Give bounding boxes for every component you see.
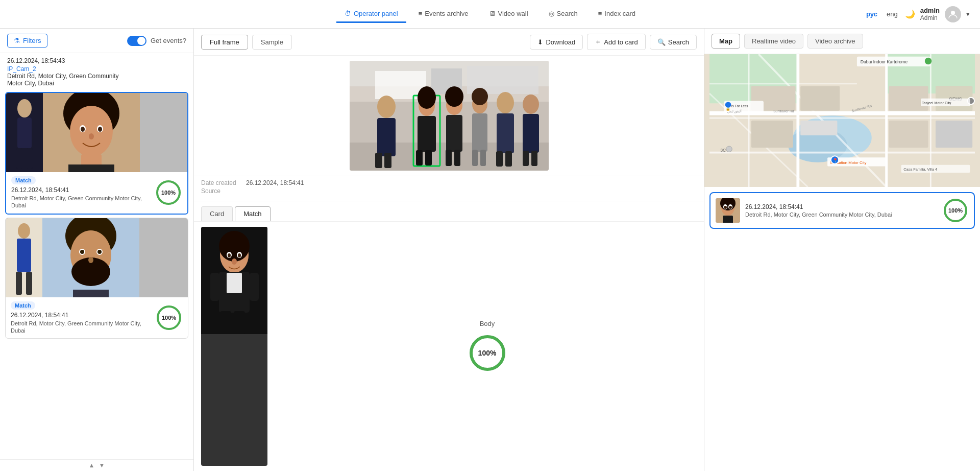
nav-index-card[interactable]: ≡ Index card (590, 6, 644, 23)
svg-rect-65 (505, 151, 512, 167)
topnav: ⏱ Operator panel ≡ Events archive 🖥 Vide… (0, 0, 980, 29)
svg-rect-106 (889, 121, 928, 148)
svg-rect-21 (16, 272, 22, 295)
svg-text:3C: 3C (720, 148, 726, 153)
sidebar-list: 26.12.2024, 18:54:43 IP_Cam_2 Detroit Rd… (0, 53, 193, 459)
svg-rect-15 (68, 164, 114, 172)
user-info: admin Admin (920, 7, 940, 22)
svg-rect-61 (480, 150, 486, 166)
svg-rect-78 (250, 273, 259, 301)
download-button[interactable]: ⬇ Download (530, 35, 583, 50)
event-card-1[interactable]: Match 26.12.2024, 18:54:41 Detroit Rd, M… (5, 92, 188, 215)
svg-point-82 (238, 253, 241, 257)
svg-rect-103 (889, 86, 928, 111)
lang-ru-btn[interactable]: рус (864, 9, 879, 19)
bottom-panel: Card Match (194, 201, 704, 471)
meta-date-row: Date created 26.12.2024, 18:54:41 (201, 179, 697, 186)
svg-text:Is For Less: Is For Less (731, 104, 748, 108)
get-events-row: Get events? (127, 36, 186, 46)
svg-rect-139 (723, 216, 733, 223)
svg-point-2 (17, 99, 32, 117)
svg-rect-4 (16, 148, 22, 169)
svg-rect-67 (523, 114, 539, 153)
svg-rect-76 (234, 311, 245, 334)
nav-events-archive[interactable]: ≡ Events archive (410, 6, 477, 23)
body-score: Body 100% (278, 227, 697, 466)
sample-tab[interactable]: Sample (252, 35, 292, 50)
svg-rect-54 (446, 115, 462, 152)
match-badge-1: Match (11, 176, 36, 184)
main-photo (350, 61, 549, 171)
svg-rect-55 (446, 150, 452, 166)
bottom-content: Body 100% (194, 222, 704, 471)
event-card-2-info: Match 26.12.2024, 18:54:41 Detroit Rd, M… (11, 301, 155, 335)
scroll-down-arrow[interactable]: ▼ (99, 462, 105, 469)
lang-en-btn[interactable]: eng (885, 9, 900, 19)
svg-point-83 (232, 258, 237, 265)
svg-rect-22 (26, 272, 32, 295)
svg-text:Casa Familia, Villa 4: Casa Familia, Villa 4 (903, 167, 937, 172)
main-content: Full frame Sample ⬇ Download ＋ Add to ca… (194, 29, 980, 471)
match-badge-2: Match (11, 301, 35, 310)
body-label: Body (480, 320, 495, 327)
result-card-1[interactable]: 26.12.2024, 18:54:41 Detroit Rd, Motor C… (709, 192, 975, 229)
result-datetime: 26.12.2024, 18:54:41 (745, 203, 937, 210)
search-label: Search (668, 38, 689, 46)
map-container[interactable]: GEMS Dubai Indoor Kartdrome 🔒 Is For Les… (704, 54, 980, 187)
result-pct-label: 100% (948, 207, 963, 214)
theme-toggle-btn[interactable]: 🌙 (905, 9, 915, 19)
svg-rect-104 (751, 121, 793, 148)
card-tab[interactable]: Card (201, 206, 233, 221)
video-archive-tab[interactable]: Video archive (807, 34, 863, 49)
user-dropdown-icon[interactable]: ▾ (966, 10, 970, 18)
svg-rect-48 (418, 116, 436, 152)
svg-rect-64 (496, 151, 503, 167)
event-card-2[interactable]: Match 26.12.2024, 18:54:41 Detroit Rd, M… (5, 218, 188, 339)
event-card-2-datetime: 26.12.2024, 18:54:41 (11, 312, 155, 319)
nav-search[interactable]: ◎ Search (541, 6, 586, 23)
event-group-cam: IP_Cam_2 (7, 65, 186, 73)
svg-point-72 (219, 231, 250, 262)
full-frame-tab[interactable]: Full frame (201, 35, 248, 50)
svg-point-29 (80, 250, 84, 254)
add-to-card-button[interactable]: ＋ Add to card (587, 34, 646, 50)
result-avatar (716, 198, 740, 223)
match-tab[interactable]: Match (235, 206, 270, 221)
result-location: Detroit Rd, Motor City, Green Community … (745, 211, 937, 218)
svg-point-66 (523, 95, 539, 114)
svg-text:Dubai Indoor Kartdrome: Dubai Indoor Kartdrome (861, 59, 908, 64)
event-card-2-location: Detroit Rd, Motor City, Green Community … (11, 320, 155, 335)
svg-point-42 (377, 96, 396, 118)
nav-operator-panel[interactable]: ⏱ Operator panel (336, 6, 406, 23)
meta-date-value: 26.12.2024, 18:54:41 (246, 179, 304, 186)
svg-point-137 (724, 206, 727, 209)
event-group-datetime: 26.12.2024, 18:54:43 (7, 57, 186, 64)
search-icon: 🔍 (657, 38, 666, 46)
event-card-2-images (6, 218, 188, 297)
filters-button[interactable]: ⚗ Filters (7, 34, 47, 48)
nav-video-wall[interactable]: 🖥 Video wall (481, 6, 536, 23)
realtime-video-tab[interactable]: Realtime video (744, 34, 803, 49)
body-pct-circle: 100% (467, 333, 508, 373)
svg-rect-63 (497, 113, 514, 153)
svg-point-53 (445, 86, 463, 107)
svg-point-31 (88, 257, 93, 263)
svg-point-30 (97, 250, 102, 254)
event-card-1-footer: Match 26.12.2024, 18:54:41 Detroit Rd, M… (6, 172, 187, 214)
get-events-toggle[interactable] (127, 36, 146, 46)
svg-rect-50 (416, 150, 423, 166)
svg-rect-32 (73, 290, 109, 297)
filter-icon: ⚗ (14, 37, 20, 44)
user-avatar[interactable] (945, 6, 961, 22)
download-label: Download (546, 38, 575, 46)
svg-point-138 (729, 206, 732, 209)
svg-point-12 (98, 127, 102, 132)
map-tab[interactable]: Map (712, 34, 740, 49)
operator-icon: ⏱ (345, 10, 351, 17)
search-button[interactable]: 🔍 Search (650, 35, 697, 50)
scroll-up-arrow[interactable]: ▲ (89, 462, 95, 469)
index-card-icon: ≡ (598, 10, 602, 17)
nav-operator-label: Operator panel (354, 10, 398, 17)
svg-text:Tasjeel Motor City: Tasjeel Motor City (922, 101, 951, 105)
result-pct: 100% (942, 197, 969, 224)
